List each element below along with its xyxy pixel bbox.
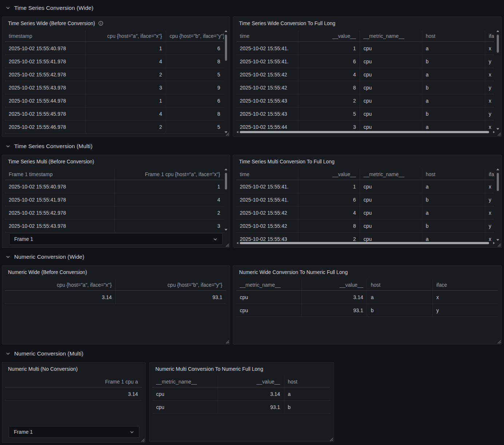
scrollbar-thumb[interactable]	[497, 173, 499, 191]
column-header[interactable]: time	[236, 168, 298, 180]
column-header[interactable]: time	[236, 30, 298, 42]
data-table: time__value____metric_name__hostiface202…	[236, 30, 494, 133]
scroll-down-icon[interactable]	[496, 239, 499, 241]
table-row: cpu93.1by	[236, 304, 498, 317]
scroll-left-icon[interactable]	[237, 131, 238, 133]
column-header[interactable]: Frame 1 cpu {host="a", iface="x"}	[115, 168, 224, 180]
panel-header[interactable]: Time Series Multi (Before Conversion)	[2, 155, 230, 168]
column-header[interactable]: __metric_name__	[360, 168, 422, 180]
horizontal-scrollbar[interactable]	[237, 131, 495, 134]
table-cell: 2025-10-02 15:55:41.978	[5, 193, 115, 206]
scroll-right-icon[interactable]	[493, 131, 495, 133]
chevron-down-icon	[6, 6, 10, 10]
scroll-up-icon[interactable]	[225, 30, 227, 32]
panel-header[interactable]: Time Series Wide (Before Conversion)	[2, 17, 230, 30]
table-header-row: Frame 1 timestampFrame 1 cpu {host="a", …	[5, 168, 224, 180]
column-header[interactable]: iface	[485, 168, 495, 180]
column-header[interactable]: __metric_name__	[236, 279, 302, 291]
table-cell: 2025-10-02 15:55:41.978	[5, 55, 86, 68]
panel-header[interactable]: Numeric Wide (Before Conversion)	[2, 266, 230, 279]
table-row: cpu3.14a	[152, 388, 330, 401]
column-header[interactable]: __value__	[302, 279, 367, 291]
table-row: cpu93.1b	[152, 401, 330, 414]
column-header[interactable]: host	[422, 30, 485, 42]
table-cell: y	[485, 55, 495, 68]
table-cell: 8	[166, 107, 224, 120]
panel-resize-handle[interactable]	[497, 132, 501, 136]
column-header[interactable]: __value__	[218, 376, 284, 388]
panel-header[interactable]: Numeric Multi Conversion To Numeric Full…	[150, 362, 334, 376]
table-cell: x	[485, 42, 495, 55]
panel-resize-handle[interactable]	[497, 340, 501, 344]
table-row: 2025-10-02 15:55:41.6cpuby	[236, 193, 494, 206]
column-header[interactable]: host	[367, 279, 432, 291]
table-header-row: __metric_name____value__hostiface	[236, 279, 498, 291]
table-row: 2025-10-02 15:55:42.97825	[5, 68, 224, 81]
frame-select[interactable]: Frame 1	[9, 426, 139, 438]
panel-resize-handle[interactable]	[225, 132, 229, 136]
table-cell: 6	[298, 55, 360, 68]
vertical-scrollbar[interactable]	[496, 168, 499, 241]
column-header[interactable]: Frame 1 cpu a	[5, 376, 142, 388]
scroll-up-icon[interactable]	[496, 30, 499, 32]
column-header[interactable]: __value__	[298, 30, 360, 42]
vertical-scrollbar[interactable]	[224, 30, 227, 133]
scrollbar-thumb[interactable]	[240, 131, 489, 133]
frame-select[interactable]: Frame 1	[9, 233, 223, 245]
panel-resize-handle[interactable]	[497, 243, 501, 247]
info-icon[interactable]	[98, 21, 103, 26]
column-header[interactable]: cpu {host="b", iface="y"}	[116, 279, 226, 291]
table-cell: 4	[86, 107, 166, 120]
panel-resize-handle[interactable]	[141, 438, 145, 442]
table-cell: cpu	[152, 388, 218, 401]
panel-title: Time Series Multi (Before Conversion)	[8, 159, 94, 164]
scrollbar-thumb[interactable]	[225, 35, 227, 61]
scroll-up-icon[interactable]	[496, 168, 499, 170]
chevron-down-icon	[6, 144, 10, 148]
table-cell: 5	[166, 68, 224, 81]
column-header[interactable]: cpu {host="a", iface="x"}	[86, 30, 166, 42]
column-header[interactable]: cpu {host="a", iface="x"}	[5, 279, 116, 291]
panel-resize-handle[interactable]	[225, 243, 229, 247]
data-table: Frame 1 timestampFrame 1 cpu {host="a", …	[5, 168, 224, 233]
vertical-scrollbar[interactable]	[224, 168, 227, 231]
table-cell: b	[367, 304, 432, 317]
scroll-down-icon[interactable]	[225, 229, 227, 231]
row-header-time-series-wide[interactable]: Time Series Conversion (Wide)	[2, 3, 502, 13]
column-header[interactable]: host	[284, 376, 330, 388]
column-header[interactable]: iface	[485, 30, 495, 42]
table-container: timestampcpu {host="a", iface="x"}cpu {h…	[5, 30, 224, 134]
panel-header[interactable]: Time Series Multi Conversion To Full Lon…	[233, 155, 501, 168]
table-header-row: timestampcpu {host="a", iface="x"}cpu {h…	[5, 30, 224, 42]
scrollbar-thumb[interactable]	[240, 242, 489, 244]
table-cell: 4	[298, 68, 360, 81]
scroll-left-icon[interactable]	[237, 242, 238, 244]
scrollbar-thumb[interactable]	[225, 173, 227, 190]
vertical-scrollbar[interactable]	[496, 30, 499, 130]
horizontal-scrollbar[interactable]	[237, 242, 495, 245]
table-cell: 6	[166, 94, 224, 107]
column-header[interactable]: __metric_name__	[360, 30, 422, 42]
row-header-numeric-wide[interactable]: Numeric Conversion (Wide)	[2, 252, 502, 262]
table-cell: 2025-10-02 15:55:40.978	[5, 180, 115, 193]
column-header[interactable]: __metric_name__	[152, 376, 218, 388]
column-header[interactable]: timestamp	[5, 30, 86, 42]
panel-header[interactable]: Numeric Wide Conversion To Numeric Full …	[233, 266, 501, 279]
row-header-time-series-multi[interactable]: Time Series Conversion (Multi)	[2, 142, 502, 151]
scroll-right-icon[interactable]	[493, 242, 495, 244]
column-header[interactable]: cpu {host="b", iface="y"}	[166, 30, 224, 42]
table-cell: a	[422, 68, 485, 81]
row-header-numeric-multi[interactable]: Numeric Conversion (Multi)	[2, 349, 502, 358]
panel-header[interactable]: Numeric Multi (No Conversion)	[2, 362, 145, 376]
scroll-up-icon[interactable]	[225, 168, 227, 170]
column-header[interactable]: Frame 1 timestamp	[5, 168, 115, 180]
panel-resize-handle[interactable]	[225, 340, 229, 344]
panel-header[interactable]: Time Series Wide Conversion To Full Long	[233, 17, 501, 30]
column-header[interactable]: host	[422, 168, 485, 180]
column-header[interactable]: __value__	[298, 168, 360, 180]
table-cell: 3.14	[5, 388, 142, 401]
scrollbar-thumb[interactable]	[497, 35, 499, 53]
column-header[interactable]: iface	[432, 279, 498, 291]
scroll-down-icon[interactable]	[496, 128, 499, 130]
panel-resize-handle[interactable]	[329, 437, 333, 441]
